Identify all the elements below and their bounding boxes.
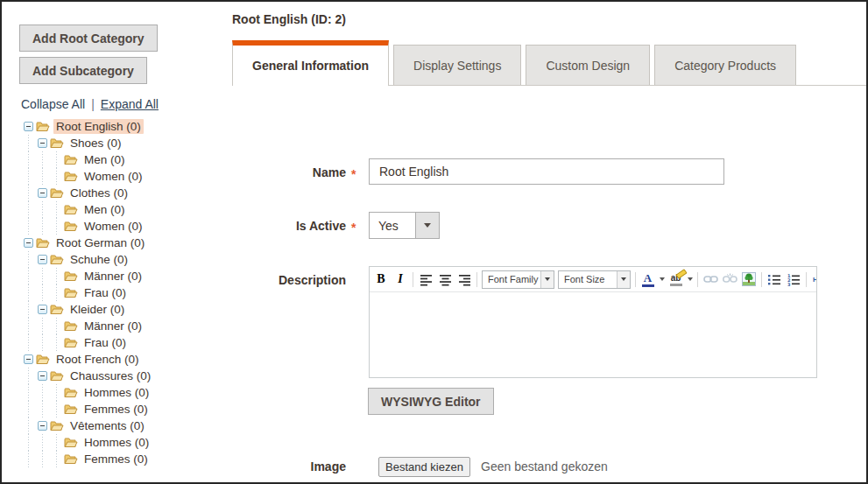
tree-item[interactable]: Chaussures (0) — [24, 368, 234, 384]
tree-item-label: Men (0) — [81, 202, 128, 217]
folder-icon — [50, 254, 64, 265]
expander-icon[interactable] — [38, 255, 47, 264]
text-color-dropdown-arrow[interactable] — [657, 270, 667, 289]
tree-item-label: Schuhe (0) — [67, 252, 131, 267]
folder-icon — [64, 320, 78, 332]
description-label: Description — [232, 273, 346, 287]
tree-guide-line — [38, 401, 52, 417]
expander-icon[interactable] — [52, 201, 61, 218]
text-color-letter: A — [644, 272, 652, 284]
tree-item[interactable]: Men (0) — [24, 201, 234, 218]
wysiwyg-editor-button[interactable]: WYSIWYG Editor — [368, 388, 494, 415]
align-left-icon — [420, 273, 433, 286]
expander-icon[interactable] — [52, 168, 61, 185]
tree-item[interactable]: Männer (0) — [24, 318, 234, 334]
tree-item[interactable]: Hommes (0) — [24, 434, 234, 451]
tree-item[interactable]: Schuhe (0) — [24, 251, 234, 268]
tree-item[interactable]: Women (0) — [24, 168, 234, 185]
tree-item[interactable]: Femmes (0) — [24, 401, 234, 417]
text-color-bar — [642, 284, 654, 287]
expander-icon[interactable] — [52, 401, 61, 417]
align-center-button[interactable] — [435, 270, 455, 289]
expander-icon[interactable] — [52, 434, 61, 451]
folder-icon — [50, 304, 64, 315]
is-active-select[interactable]: Yes — [369, 212, 440, 239]
tree-item[interactable]: Root German (0) — [24, 235, 234, 251]
expander-icon[interactable] — [52, 384, 61, 401]
name-input[interactable] — [369, 158, 724, 185]
tree-guide-line — [24, 401, 38, 417]
folder-icon — [64, 437, 78, 448]
align-center-icon — [439, 273, 452, 286]
html-source-button[interactable]: HTML — [809, 276, 816, 284]
link-icon — [703, 275, 718, 284]
tree-item-label: Männer (0) — [81, 269, 145, 284]
highlight-color-button[interactable]: ab — [667, 270, 685, 289]
tree-item[interactable]: Shoes (0) — [24, 135, 234, 151]
expand-all-link[interactable]: Expand All — [101, 97, 159, 111]
category-management-page: Add Root Category Add Subcategory Collap… — [0, 0, 868, 484]
tree-item-label: Root English (0) — [53, 119, 144, 134]
add-root-category-button[interactable]: Add Root Category — [19, 25, 158, 52]
tree-item[interactable]: Frau (0) — [24, 284, 234, 301]
numbered-list-icon: 123 — [787, 273, 801, 286]
tree-item[interactable]: Women (0) — [24, 218, 234, 235]
tree-item[interactable]: Clothes (0) — [24, 185, 234, 201]
tree-item[interactable]: Femmes (0) — [24, 451, 234, 467]
tree-item[interactable]: Männer (0) — [24, 268, 234, 284]
insert-link-button[interactable] — [701, 270, 720, 289]
tree-item-label: Hommes (0) — [81, 385, 152, 400]
tab[interactable]: Custom Design — [526, 45, 650, 85]
tree-item-label: Femmes (0) — [81, 452, 151, 466]
expander-icon[interactable] — [52, 151, 61, 168]
tree-guide-line — [38, 451, 52, 467]
expander-icon[interactable] — [52, 451, 61, 467]
collapse-all-link[interactable]: Collapse All — [21, 97, 85, 111]
expander-icon[interactable] — [24, 122, 33, 131]
folder-icon — [50, 420, 64, 431]
expander-icon[interactable] — [38, 188, 47, 198]
expander-icon[interactable] — [24, 238, 33, 248]
expander-icon[interactable] — [52, 218, 61, 235]
font-size-select[interactable]: Font Size — [558, 270, 631, 289]
bold-button[interactable]: B — [371, 270, 391, 289]
tree-item[interactable]: Frau (0) — [24, 334, 234, 351]
italic-button[interactable]: I — [391, 270, 410, 289]
expander-icon[interactable] — [38, 371, 47, 381]
tab[interactable]: Display Settings — [393, 45, 521, 85]
tree-item[interactable]: Root English (0) — [24, 118, 234, 135]
remove-link-button[interactable] — [720, 270, 739, 289]
insert-image-button[interactable] — [739, 270, 759, 289]
select-arrow-icon[interactable] — [415, 213, 439, 238]
tree-item[interactable]: Kleider (0) — [24, 301, 234, 318]
expander-icon[interactable] — [38, 138, 47, 148]
align-right-button[interactable] — [455, 270, 474, 289]
tree-item-label: Vêtements (0) — [67, 418, 147, 433]
editor-content[interactable] — [370, 292, 816, 377]
expander-icon[interactable] — [52, 318, 61, 334]
align-left-button[interactable] — [416, 270, 435, 289]
expander-icon[interactable] — [52, 284, 61, 301]
expander-icon[interactable] — [52, 334, 61, 351]
tab-label: Display Settings — [413, 59, 501, 73]
folder-icon — [64, 453, 78, 465]
font-family-select[interactable]: Font Family — [482, 270, 554, 289]
folder-icon — [64, 337, 78, 348]
numbered-list-button[interactable]: 123 — [784, 270, 803, 289]
expander-icon[interactable] — [38, 421, 47, 431]
expander-icon[interactable] — [52, 268, 61, 284]
tree-item[interactable]: Vêtements (0) — [24, 417, 234, 434]
text-color-button[interactable]: A — [639, 270, 657, 289]
add-subcategory-button[interactable]: Add Subcategory — [19, 57, 147, 84]
tree-guide-line — [24, 251, 38, 268]
tree-item[interactable]: Root French (0) — [24, 351, 234, 368]
folder-icon — [50, 370, 64, 382]
tree-item[interactable]: Hommes (0) — [24, 384, 234, 401]
choose-file-button[interactable]: Bestand kiezen — [378, 457, 470, 477]
expander-icon[interactable] — [38, 305, 47, 314]
tab[interactable]: General Information — [232, 40, 389, 86]
tree-item[interactable]: Men (0) — [24, 151, 234, 168]
expander-icon[interactable] — [24, 354, 33, 364]
bullet-list-button[interactable] — [765, 270, 784, 289]
tab[interactable]: Category Products — [654, 45, 796, 85]
